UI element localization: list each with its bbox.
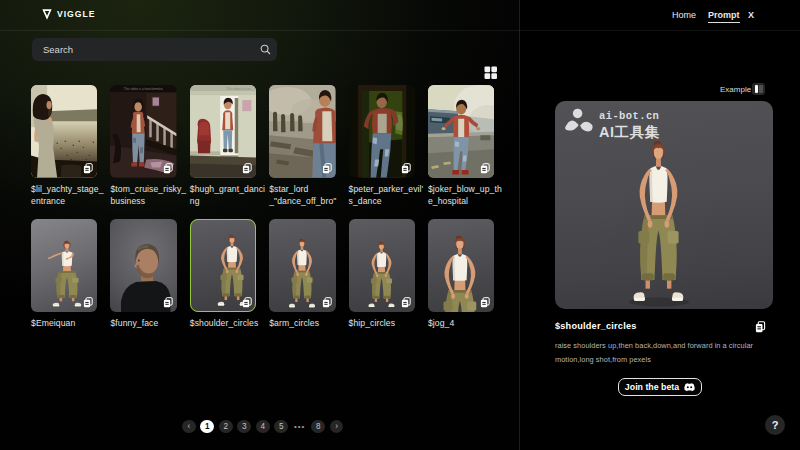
svg-text:This video is a transformatio: This video is a transformatio: [124, 87, 163, 91]
svg-text:This video is a tra: This video is a tra: [226, 87, 251, 91]
